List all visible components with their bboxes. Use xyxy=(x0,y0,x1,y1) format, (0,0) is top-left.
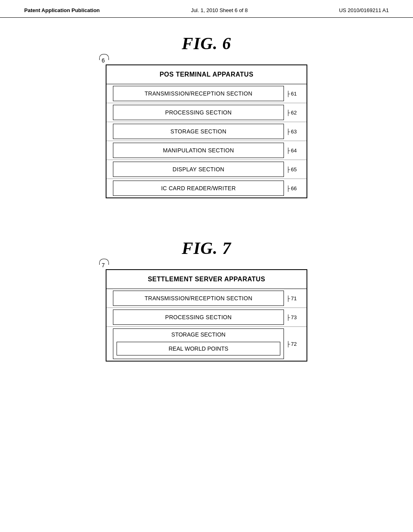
fig6-section-row: IC CARD READER/WRITER66 xyxy=(106,179,307,197)
fig6-outer-box: POS TERMINAL APPARATUS TRANSMISSION/RECE… xyxy=(106,64,307,198)
fig6-box-title: POS TERMINAL APPARATUS xyxy=(106,65,307,84)
fig7-section-label: PROCESSING SECTION xyxy=(113,310,284,325)
fig6-section-num: 61 xyxy=(286,91,300,97)
page: Patent Application Publication Jul. 1, 2… xyxy=(0,0,413,532)
fig6-section-num: 63 xyxy=(286,129,300,135)
fig7-section-row: TRANSMISSION/RECEPTION SECTION71 xyxy=(106,289,307,308)
fig7-storage-outer: STORAGE SECTIONREAL WORLD POINTS xyxy=(113,328,284,359)
fig7-section-row: STORAGE SECTIONREAL WORLD POINTS72 xyxy=(106,327,307,361)
fig7-section-num: 71 xyxy=(286,295,300,301)
fig6-section-label: MANIPULATION SECTION xyxy=(113,143,284,158)
fig6-section-num: 65 xyxy=(286,166,300,172)
fig6-section-num: 66 xyxy=(286,185,300,191)
fig7-storage-label: STORAGE SECTION xyxy=(117,331,280,340)
fig7-box-title: SETTLEMENT SERVER APPARATUS xyxy=(106,270,307,289)
fig7-storage-inner: REAL WORLD POINTS xyxy=(117,342,280,355)
fig6-diagram: 6 POS TERMINAL APPARATUS TRANSMISSION/RE… xyxy=(86,57,327,198)
fig6-section-num: 64 xyxy=(286,148,300,154)
fig7-section-num: 73 xyxy=(286,314,300,320)
header-center: Jul. 1, 2010 Sheet 6 of 8 xyxy=(191,7,248,13)
fig7-sections: TRANSMISSION/RECEPTION SECTION71PROCESSI… xyxy=(106,289,307,361)
header-right: US 2010/0169211 A1 xyxy=(339,7,389,13)
fig7-storage-num: 72 xyxy=(286,341,300,347)
fig6-sections: TRANSMISSION/RECEPTION SECTION61PROCESSI… xyxy=(106,84,307,197)
fig6-ref-label: 6 xyxy=(102,57,105,64)
fig6-section-label: PROCESSING SECTION xyxy=(113,105,284,120)
fig6-section-label: STORAGE SECTION xyxy=(113,124,284,139)
fig7-section-label: TRANSMISSION/RECEPTION SECTION xyxy=(113,291,284,306)
fig6-section-label: IC CARD READER/WRITER xyxy=(113,181,284,196)
fig6-section-row: PROCESSING SECTION62 xyxy=(106,103,307,122)
page-header: Patent Application Publication Jul. 1, 2… xyxy=(0,0,413,18)
fig6-section-row: MANIPULATION SECTION64 xyxy=(106,141,307,160)
fig7-section-row: PROCESSING SECTION73 xyxy=(106,308,307,327)
fig6-section-label: TRANSMISSION/RECEPTION SECTION xyxy=(113,86,284,101)
fig6-title: FIG. 6 xyxy=(0,34,413,53)
fig6-section-row: STORAGE SECTION63 xyxy=(106,122,307,141)
fig7-ref-label: 7 xyxy=(102,262,105,268)
fig7-title: FIG. 7 xyxy=(0,239,413,258)
fig6-section-label: DISPLAY SECTION xyxy=(113,162,284,177)
fig7-diagram: 7 SETTLEMENT SERVER APPARATUS TRANSMISSI… xyxy=(86,262,327,362)
fig6-section-row: TRANSMISSION/RECEPTION SECTION61 xyxy=(106,84,307,103)
fig6-section-num: 62 xyxy=(286,110,300,116)
fig6-section-row: DISPLAY SECTION65 xyxy=(106,160,307,179)
header-left: Patent Application Publication xyxy=(24,7,100,13)
fig7-outer-box: SETTLEMENT SERVER APPARATUS TRANSMISSION… xyxy=(106,269,307,362)
